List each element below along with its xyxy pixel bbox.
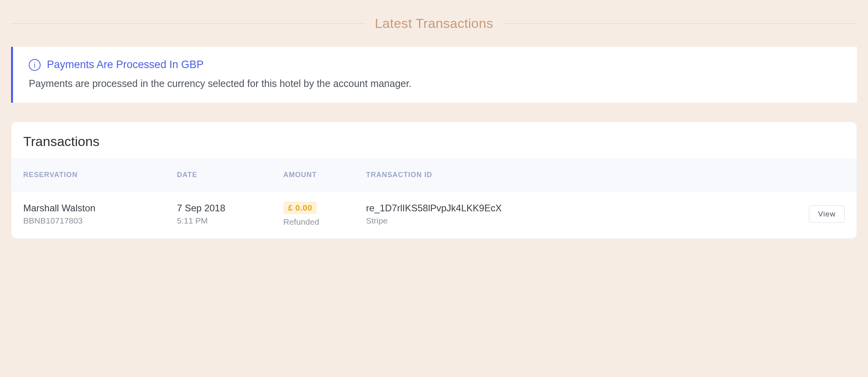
cell-actions: View	[797, 205, 845, 223]
divider-left	[11, 23, 365, 24]
alert-body: Payments are processed in the currency s…	[29, 78, 841, 89]
col-date: DATE	[177, 171, 275, 179]
reservation-ref: BBNB10717803	[23, 216, 169, 225]
currency-alert: i Payments Are Processed In GBP Payments…	[11, 47, 857, 103]
col-reservation: RESERVATION	[23, 171, 169, 179]
amount-badge: £ 0.00	[283, 201, 317, 214]
section-heading-wrap: Latest Transactions	[11, 16, 857, 31]
amount-status: Refunded	[283, 217, 358, 227]
col-transaction-id: TRANSACTION ID	[366, 171, 790, 179]
alert-title: Payments Are Processed In GBP	[47, 59, 204, 71]
cell-transaction-id: re_1D7rlIKS58lPvpJk4LKK9EcX Stripe	[366, 203, 790, 225]
transaction-date: 7 Sep 2018	[177, 203, 275, 214]
cell-date: 7 Sep 2018 5:11 PM	[177, 203, 275, 225]
transactions-card: Transactions RESERVATION DATE AMOUNT TRA…	[11, 122, 857, 239]
card-title: Transactions	[11, 122, 857, 159]
col-amount: AMOUNT	[283, 171, 358, 179]
transaction-provider: Stripe	[366, 216, 790, 225]
alert-header: i Payments Are Processed In GBP	[29, 59, 841, 71]
transaction-id: re_1D7rlIKS58lPvpJk4LKK9EcX	[366, 203, 790, 214]
section-title: Latest Transactions	[375, 16, 493, 31]
table-header: RESERVATION DATE AMOUNT TRANSACTION ID	[11, 159, 857, 191]
reservation-name: Marshall Walston	[23, 203, 169, 214]
cell-amount: £ 0.00 Refunded	[283, 201, 358, 227]
table-row: Marshall Walston BBNB10717803 7 Sep 2018…	[11, 191, 857, 238]
view-button[interactable]: View	[809, 205, 845, 223]
divider-right	[503, 23, 857, 24]
info-icon: i	[29, 59, 41, 71]
cell-reservation: Marshall Walston BBNB10717803	[23, 203, 169, 225]
transaction-time: 5:11 PM	[177, 216, 275, 225]
